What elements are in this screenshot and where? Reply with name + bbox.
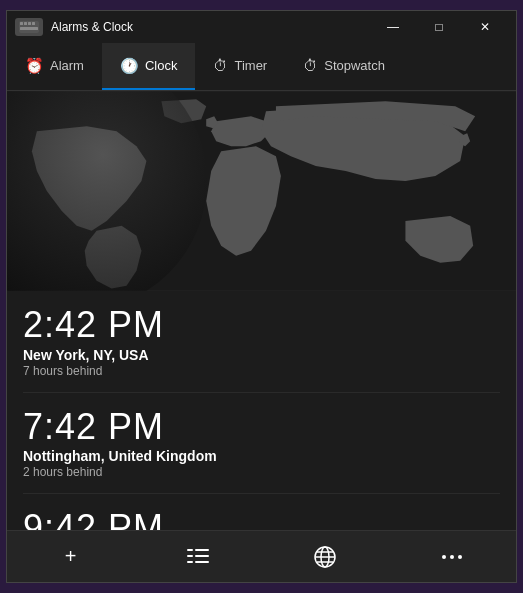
svg-rect-8 xyxy=(195,549,209,551)
clock-item-nottingham: 7:42 PM Nottingham, United Kingdom 2 hou… xyxy=(23,393,500,495)
svg-point-20 xyxy=(458,555,462,559)
nav-bar: ⏰ Alarm 🕐 Clock ⏱ Timer ⏱ Stopwatch xyxy=(7,43,516,91)
svg-rect-9 xyxy=(187,555,193,557)
svg-rect-5 xyxy=(20,27,38,30)
tab-timer[interactable]: ⏱ Timer xyxy=(195,43,285,90)
tab-clock[interactable]: 🕐 Clock xyxy=(102,43,196,90)
tab-alarm-label: Alarm xyxy=(50,58,84,73)
svg-rect-11 xyxy=(187,561,193,563)
clock-offset-newyork: 7 hours behind xyxy=(23,364,500,378)
tab-clock-label: Clock xyxy=(145,58,178,73)
clock-item-newyork: 2:42 PM New York, NY, USA 7 hours behind xyxy=(23,291,500,393)
clock-city-nottingham: Nottingham, United Kingdom xyxy=(23,448,500,464)
list-icon xyxy=(187,549,209,565)
svg-rect-4 xyxy=(32,22,35,25)
bottom-bar: + xyxy=(7,530,516,582)
more-icon xyxy=(442,554,462,560)
svg-point-18 xyxy=(442,555,446,559)
minimize-button[interactable]: — xyxy=(370,11,416,43)
clock-city-newyork: New York, NY, USA xyxy=(23,347,500,363)
close-button[interactable]: ✕ xyxy=(462,11,508,43)
app-title: Alarms & Clock xyxy=(51,20,370,34)
clock-time-local: 9:42 PM xyxy=(23,508,500,530)
svg-rect-3 xyxy=(28,22,31,25)
svg-rect-1 xyxy=(20,22,23,25)
list-button[interactable] xyxy=(174,537,222,577)
app-window: Alarms & Clock — □ ✕ ⏰ Alarm 🕐 Clock ⏱ T… xyxy=(6,10,517,583)
tab-stopwatch[interactable]: ⏱ Stopwatch xyxy=(285,43,403,90)
tab-timer-label: Timer xyxy=(234,58,267,73)
clock-offset-nottingham: 2 hours behind xyxy=(23,465,500,479)
more-button[interactable] xyxy=(428,537,476,577)
world-map-container xyxy=(7,91,516,291)
clock-time-newyork: 2:42 PM xyxy=(23,305,500,345)
globe-icon xyxy=(313,545,337,569)
globe-button[interactable] xyxy=(301,537,349,577)
stopwatch-icon: ⏱ xyxy=(303,57,318,74)
svg-rect-2 xyxy=(24,22,27,25)
tab-alarm[interactable]: ⏰ Alarm xyxy=(7,43,102,90)
title-bar: Alarms & Clock — □ ✕ xyxy=(7,11,516,43)
svg-rect-12 xyxy=(195,561,209,563)
clock-time-nottingham: 7:42 PM xyxy=(23,407,500,447)
clock-list: 2:42 PM New York, NY, USA 7 hours behind… xyxy=(7,291,516,530)
svg-rect-10 xyxy=(195,555,209,557)
add-button[interactable]: + xyxy=(47,537,95,577)
svg-rect-7 xyxy=(187,549,193,551)
keyboard-icon xyxy=(15,18,43,36)
clock-item-local: 9:42 PM Local time Thursday, June 4, 202… xyxy=(23,494,500,530)
svg-point-19 xyxy=(450,555,454,559)
window-controls: — □ ✕ xyxy=(370,11,508,43)
tab-stopwatch-label: Stopwatch xyxy=(324,58,385,73)
main-content: 2:42 PM New York, NY, USA 7 hours behind… xyxy=(7,91,516,530)
alarm-icon: ⏰ xyxy=(25,57,44,75)
maximize-button[interactable]: □ xyxy=(416,11,462,43)
clock-icon: 🕐 xyxy=(120,57,139,75)
timer-icon: ⏱ xyxy=(213,57,228,74)
world-map xyxy=(7,91,516,291)
